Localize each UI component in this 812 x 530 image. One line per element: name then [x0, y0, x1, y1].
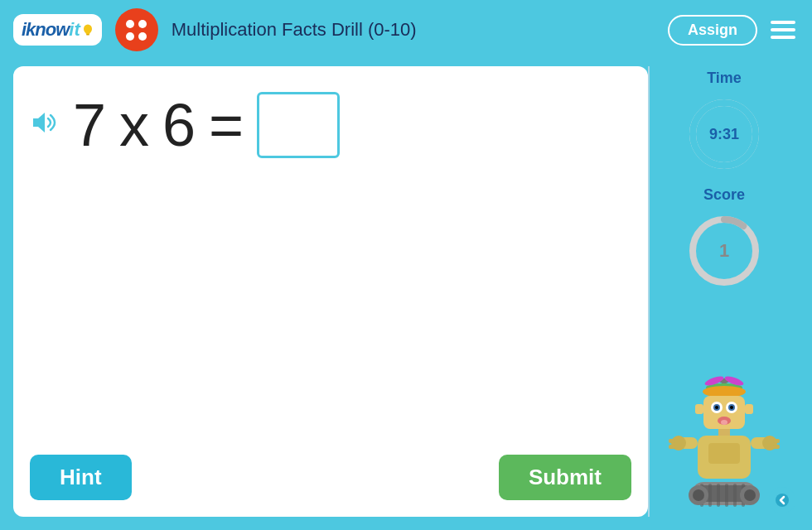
assign-button[interactable]: Assign — [668, 15, 757, 46]
svg-rect-29 — [669, 439, 675, 443]
svg-rect-33 — [773, 439, 780, 443]
equation: 7 x 6 = — [73, 91, 340, 159]
dice-dot — [126, 20, 134, 28]
logo[interactable]: iknow it — [13, 14, 102, 46]
score-circle: 1 — [687, 214, 761, 288]
activity-icon — [115, 8, 158, 51]
svg-point-0 — [84, 25, 92, 34]
header: iknow it Multiplication Facts Drill (0-1… — [0, 0, 812, 60]
svg-marker-3 — [33, 113, 45, 132]
timer-value: 9:31 — [709, 126, 739, 143]
svg-rect-42 — [733, 484, 737, 507]
svg-rect-23 — [695, 404, 703, 414]
score-value: 1 — [719, 240, 729, 262]
content-row: 7 x 6 = Hint Submit Time — [13, 66, 799, 517]
svg-rect-24 — [745, 404, 753, 414]
svg-rect-40 — [717, 484, 720, 507]
mascot-svg — [660, 373, 789, 513]
menu-bar-1 — [771, 21, 795, 24]
svg-rect-30 — [669, 445, 675, 449]
svg-rect-41 — [725, 484, 728, 507]
svg-rect-34 — [773, 445, 780, 449]
dice-dot — [126, 32, 134, 41]
back-arrow-button[interactable] — [769, 487, 795, 513]
svg-rect-2 — [86, 34, 89, 36]
operand1: 7 — [73, 91, 106, 159]
svg-rect-1 — [85, 32, 89, 34]
svg-rect-39 — [708, 484, 712, 507]
answer-input[interactable] — [261, 96, 336, 154]
header-actions: Assign — [668, 15, 799, 46]
svg-rect-35 — [708, 443, 740, 464]
svg-point-48 — [776, 494, 789, 507]
svg-point-47 — [744, 489, 756, 501]
answer-box — [257, 92, 340, 158]
dice-pattern — [119, 13, 153, 47]
svg-point-20 — [730, 406, 733, 409]
main-content: 7 x 6 = Hint Submit Time — [0, 60, 812, 530]
time-label: Time — [707, 70, 742, 87]
svg-point-13 — [703, 386, 746, 398]
menu-bar-2 — [771, 28, 795, 31]
timer-circle: 9:31 — [687, 97, 761, 171]
dice-dot — [138, 32, 147, 41]
score-label: Score — [703, 186, 745, 204]
speaker-icon[interactable] — [30, 110, 60, 141]
svg-point-22 — [721, 420, 727, 425]
hint-button[interactable]: Hint — [30, 455, 132, 500]
dice-dot — [138, 20, 147, 28]
operand2: 6 — [162, 91, 196, 159]
mascot-area — [660, 295, 789, 513]
back-icon — [775, 493, 790, 508]
question-panel: 7 x 6 = Hint Submit — [13, 66, 648, 517]
svg-point-45 — [693, 489, 704, 501]
submit-button[interactable]: Submit — [499, 455, 631, 500]
question-area: 7 x 6 = — [30, 91, 631, 159]
svg-rect-25 — [718, 429, 730, 436]
svg-point-17 — [715, 406, 718, 409]
menu-bar-3 — [771, 36, 795, 39]
bottom-buttons: Hint Submit — [30, 455, 631, 500]
lightbulb-icon — [82, 23, 94, 38]
activity-title: Multiplication Facts Drill (0-10) — [172, 19, 655, 41]
operator: x — [119, 91, 149, 159]
equals-sign: = — [209, 91, 244, 159]
menu-button[interactable] — [767, 17, 799, 42]
right-panel: Time 9:31 Score — [650, 66, 799, 517]
